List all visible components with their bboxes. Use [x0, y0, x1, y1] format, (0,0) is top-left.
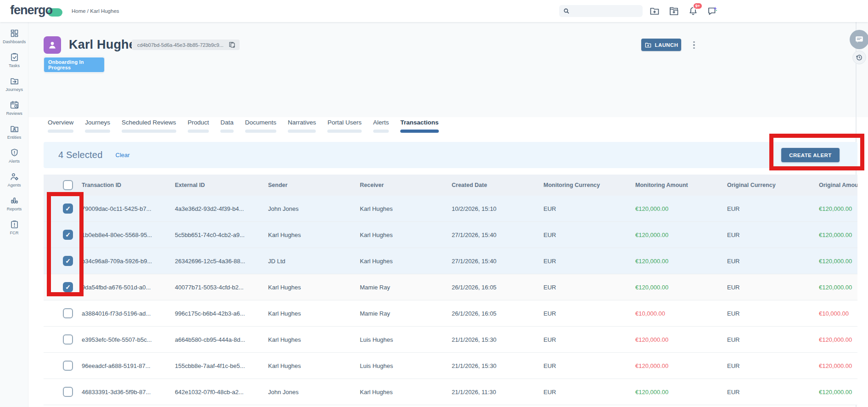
- fenergo-logo[interactable]: fenerg o: [10, 3, 62, 17]
- alerts-shield-icon: [10, 148, 19, 158]
- entities-icon: [10, 124, 19, 134]
- tab-documents[interactable]: Documents: [241, 118, 280, 133]
- sidebar-item-label: Reviews: [6, 111, 22, 116]
- row-checkbox-checked[interactable]: ✓: [63, 256, 73, 266]
- table-row[interactable]: ✓ 79009dac-0c11-5425-b7... 4a3e36d2-93d2…: [44, 196, 857, 222]
- chat-panel-button[interactable]: [850, 30, 868, 49]
- search-input[interactable]: [573, 8, 644, 14]
- col-header-created-date[interactable]: Created Date: [452, 182, 543, 188]
- col-header-monitoring-currency[interactable]: Monitoring Currency: [543, 182, 635, 188]
- tab-scheduled-reviews[interactable]: Scheduled Reviews: [118, 118, 180, 133]
- create-alert-button[interactable]: CREATE ALERT: [781, 148, 840, 162]
- row-checkbox[interactable]: [63, 334, 73, 345]
- sidebar-item-dashboards[interactable]: Dashboards: [0, 27, 28, 46]
- row-checkbox[interactable]: [63, 387, 73, 397]
- fcr-icon: [10, 220, 19, 229]
- app-window: fenerg o Home / Karl Hughes: [0, 0, 868, 407]
- row-checkbox[interactable]: [63, 361, 73, 371]
- col-header-original-currency[interactable]: Original Currency: [727, 182, 819, 188]
- logo-text: fenerg: [10, 3, 45, 17]
- selection-bar: 4 Selected Clear CREATE ALERT: [44, 142, 857, 168]
- row-checkbox-checked[interactable]: ✓: [63, 204, 73, 214]
- table-row[interactable]: e3953efc-50fe-5507-b5c... a664b580-cb95-…: [44, 327, 857, 353]
- agents-icon: [10, 172, 19, 181]
- sidebar-item-label: Tasks: [9, 63, 20, 68]
- row-checkbox-checked[interactable]: ✓: [63, 282, 73, 292]
- search-box[interactable]: [559, 5, 643, 17]
- breadcrumb[interactable]: Home / Karl Hughes: [72, 8, 119, 14]
- tab-narratives[interactable]: Narratives: [284, 118, 320, 133]
- sidebar-item-tasks[interactable]: Tasks: [0, 51, 28, 70]
- journeys-icon: [10, 76, 19, 86]
- launch-button[interactable]: LAUNCH: [641, 39, 681, 51]
- sidebar-item-alerts[interactable]: Alerts: [0, 146, 28, 165]
- tab-alerts[interactable]: Alerts: [369, 118, 393, 133]
- more-options-kebab-icon[interactable]: [690, 40, 698, 51]
- col-header-monitoring-amount[interactable]: Monitoring Amount: [635, 182, 727, 188]
- table-row[interactable]: a3884016-f73d-5196-ad... 996c175c-b6b4-4…: [44, 300, 857, 327]
- search-icon: [563, 7, 570, 15]
- sidebar-item-agents[interactable]: Agents: [0, 170, 28, 189]
- profile-header: [28, 22, 868, 117]
- col-header-transaction-id[interactable]: Transaction ID: [82, 182, 175, 188]
- col-header-receiver[interactable]: Receiver: [360, 182, 452, 188]
- sidebar-item-label: Journeys: [6, 87, 23, 92]
- row-checkbox-checked[interactable]: ✓: [63, 230, 73, 240]
- row-checkbox[interactable]: [63, 308, 73, 318]
- avatar: [44, 36, 61, 54]
- table-row[interactable]: ✓ 1b0eb8e4-80ec-5568-95... 5c5bb651-74c0…: [44, 222, 857, 248]
- table-header-row: Transaction ID External ID Sender Receiv…: [44, 175, 857, 196]
- table-row[interactable]: ✓ 9da54fbd-a676-501d-a0... 40077b71-5053…: [44, 274, 857, 300]
- tab-product[interactable]: Product: [184, 118, 213, 133]
- reports-icon: [10, 196, 19, 205]
- status-card: Onboarding In Progress: [44, 56, 105, 73]
- col-header-original-amount[interactable]: Original Amount: [819, 182, 857, 188]
- sidebar-item-reviews[interactable]: Reviews: [0, 98, 28, 118]
- dashboards-icon: [10, 28, 19, 38]
- notification-count-badge: 9+: [693, 2, 703, 10]
- top-bar: fenerg o Home / Karl Hughes: [0, 0, 868, 22]
- reviews-icon: [10, 100, 19, 110]
- table-row[interactable]: 96eeadcf-a688-5191-87... 155cbb8e-7aaf-4…: [44, 353, 857, 379]
- col-header-external-id[interactable]: External ID: [175, 182, 268, 188]
- tab-data[interactable]: Data: [216, 118, 238, 133]
- sidebar-item-label: FCR: [10, 231, 18, 235]
- sidebar-item-label: Entities: [7, 135, 22, 140]
- entity-tabs: Overview Journeys Scheduled Reviews Prod…: [44, 118, 443, 133]
- sidebar-item-journeys[interactable]: Journeys: [0, 74, 28, 94]
- add-entity-icon[interactable]: [649, 6, 660, 17]
- selected-count: 4 Selected: [58, 150, 103, 160]
- sidebar-item-label: Reports: [7, 207, 22, 211]
- tasks-icon: [10, 52, 19, 62]
- tab-journeys[interactable]: Journeys: [81, 118, 114, 133]
- add-collection-icon[interactable]: [668, 6, 679, 17]
- logo-o: o: [45, 3, 53, 17]
- sidebar-item-fcr[interactable]: FCR: [0, 218, 28, 237]
- entity-id-chip: cd4b07bd-5d6a-45e3-8b85-723b9c9...: [132, 40, 240, 50]
- status-badge: Onboarding In Progress: [44, 57, 104, 72]
- select-all-checkbox[interactable]: [63, 180, 73, 190]
- sidebar-item-label: Dashboards: [3, 40, 26, 44]
- tab-portal-users[interactable]: Portal Users: [323, 118, 365, 133]
- table-row[interactable]: 46833391-3d36-5f9b-87... 642e1032-07f0-4…: [44, 379, 857, 405]
- tab-overview[interactable]: Overview: [44, 118, 78, 133]
- launch-button-label: LAUNCH: [655, 42, 678, 48]
- copy-icon[interactable]: [228, 41, 236, 49]
- tab-transactions[interactable]: Transactions: [396, 118, 442, 133]
- sidebar-item-label: Alerts: [9, 159, 20, 164]
- history-button[interactable]: [852, 51, 866, 64]
- entity-id-value: cd4b07bd-5d6a-45e3-8b85-723b9c9...: [137, 42, 224, 48]
- transactions-table: Transaction ID External ID Sender Receiv…: [44, 175, 857, 407]
- table-row[interactable]: ✓ b34c96a8-709a-5926-b9... 26342696-12c5…: [44, 248, 857, 274]
- sidebar-item-reports[interactable]: Reports: [0, 194, 28, 213]
- notifications-bell-icon[interactable]: 9+: [688, 6, 699, 17]
- left-nav: Dashboards Tasks Journeys: [0, 22, 28, 407]
- sidebar-item-label: Agents: [8, 183, 21, 187]
- sidebar-item-entities[interactable]: Entities: [0, 122, 28, 141]
- clear-selection-link[interactable]: Clear: [116, 152, 130, 158]
- ai-assistant-icon[interactable]: [707, 6, 718, 17]
- col-header-sender[interactable]: Sender: [268, 182, 360, 188]
